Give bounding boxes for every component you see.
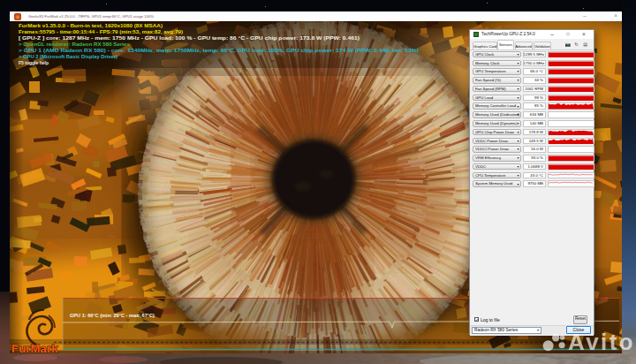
svg-text:Frames:55795 - time:00:15:44 -: Frames:55795 - time:00:15:44 - FPS:79 (m… [19,28,183,34]
svg-text:F5 toggle help: F5 toggle help [19,59,49,65]
svg-text:[ GPU-Z ] core: 1287 MHz - mem: [ GPU-Z ] core: 1287 MHz - mem: 1750 MHz… [19,34,360,41]
svg-text:FurMark: FurMark [11,342,58,353]
svg-text:> GPU 2 (Microsoft Basic Displ: > GPU 2 (Microsoft Basic Display Driver) [19,53,117,59]
svg-text:> GPU 1 (AMD Radeon RX 580) -: > GPU 1 (AMD Radeon RX 580) - core: 1340… [19,47,419,53]
svg-text:FurMark v1.35.0.0 - Burn-in te: FurMark v1.35.0.0 - Burn-in test, 1920x1… [19,22,163,28]
svg-text:> OpenGL renderer: Radeon RX 5: > OpenGL renderer: Radeon RX 580 Series [19,41,131,47]
svg-text:GPU 1: 66°C (min: 29°C - max:: GPU 1: 66°C (min: 29°C - max: 67°C) [70,313,155,318]
